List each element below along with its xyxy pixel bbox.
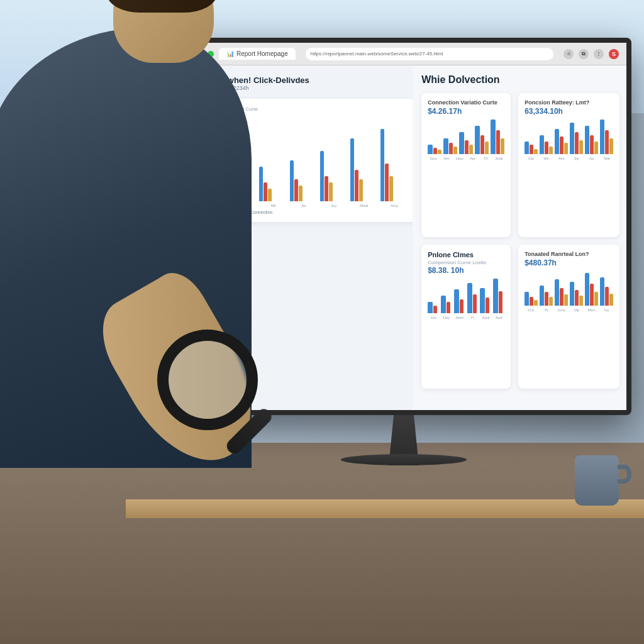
bar — [549, 147, 553, 154]
bar — [486, 297, 489, 313]
bar — [560, 136, 564, 154]
cl-3-4: Mon — [585, 308, 598, 312]
room-floor — [0, 443, 644, 644]
bg-1-2 — [540, 135, 553, 154]
bar-group-7 — [380, 129, 408, 201]
chart-labels-2: Jov Dey Jeen Fi Auul Aud — [428, 316, 504, 319]
bar-group-6 — [350, 138, 378, 201]
bar — [496, 130, 500, 154]
bar — [499, 291, 502, 313]
bar-red — [294, 179, 298, 201]
chart-title-3: Tonaated Ranrteal Lon? — [525, 251, 613, 257]
bar — [453, 147, 457, 154]
bar — [480, 135, 484, 154]
extensions-icon[interactable]: ⧉ — [579, 49, 589, 59]
bar — [600, 119, 604, 154]
menu-icon[interactable]: ⋮ — [594, 49, 604, 59]
bar-red — [325, 176, 328, 201]
bg-1-6 — [600, 119, 613, 154]
bar — [590, 135, 594, 154]
label-7: Amy — [380, 204, 408, 208]
bar — [433, 306, 437, 313]
bar — [454, 289, 459, 313]
bar — [428, 145, 433, 154]
bar — [525, 292, 529, 306]
bg-3-3 — [555, 279, 568, 306]
chart-value-2: $8.38. 10h — [428, 266, 504, 275]
bar — [555, 129, 559, 154]
bar — [534, 300, 538, 306]
bar — [441, 296, 446, 313]
bg-1-4 — [570, 123, 583, 154]
bookmark-icon[interactable]: ☆ — [564, 49, 574, 59]
cl-3-0: ICe — [525, 308, 538, 312]
bar — [433, 148, 437, 154]
bar — [609, 138, 613, 154]
bg-1-3 — [555, 129, 568, 154]
bg-0-4 — [475, 126, 489, 154]
browser-tab[interactable]: 📊 Report Homepage — [219, 48, 296, 60]
cl-0-0: Gon — [428, 157, 439, 160]
bar — [575, 132, 579, 154]
chart-value-0: $4.26.17h — [428, 107, 504, 116]
bar — [545, 142, 548, 154]
mug-handle — [618, 465, 631, 484]
bar-yellow — [329, 182, 333, 201]
chart-title-0: Connection Variatio Curte — [428, 99, 504, 106]
bg-2-6 — [493, 279, 504, 313]
bg-2-2 — [441, 296, 452, 313]
bar — [493, 279, 498, 313]
bar — [609, 294, 613, 306]
bar — [473, 294, 477, 313]
cl-3-1: Th — [540, 308, 553, 312]
bar — [530, 297, 533, 306]
cl-1-3: Sly — [570, 157, 583, 160]
bar — [594, 142, 598, 154]
bar-red — [355, 170, 358, 201]
bar — [467, 283, 472, 313]
address-text: https://reportpannel.main.web/someServic… — [311, 51, 443, 57]
bg-2-4 — [467, 283, 479, 313]
bar — [560, 288, 564, 306]
label-3: Mk — [259, 204, 287, 208]
bar — [585, 273, 589, 306]
bar — [530, 145, 533, 154]
address-bar[interactable]: https://reportpannel.main.web/someServic… — [306, 48, 553, 60]
chart-sublabel-2: Compension Curne Lostte — [428, 260, 504, 265]
cl-1-0: Glo — [525, 157, 538, 160]
bar — [480, 288, 485, 313]
right-dashboard: Whie Dolvection Connection Variatio Curt… — [413, 65, 626, 410]
bar — [447, 302, 450, 313]
bar-blue — [259, 167, 263, 201]
bg-0-5 — [491, 119, 504, 154]
cl-2-4: Auul — [480, 316, 491, 319]
cl-0-4: Th — [480, 157, 491, 160]
bar — [465, 140, 469, 154]
bar — [545, 292, 548, 306]
chart-value-3: $480.37h — [525, 258, 613, 267]
chart-value-1: 63,334.10h — [525, 107, 613, 116]
bar — [549, 297, 553, 306]
bar — [600, 277, 604, 306]
cl-0-3: Apr — [467, 157, 479, 160]
bar — [469, 145, 473, 154]
bar — [594, 292, 598, 306]
bar — [605, 130, 609, 154]
bar — [575, 290, 579, 306]
cl-3-2: Juns — [555, 308, 568, 312]
cl-2-5: Aud — [493, 316, 504, 319]
chart-area-0 — [428, 119, 504, 154]
bar — [540, 286, 544, 306]
cl-2-1: Dey — [441, 316, 452, 319]
bar — [579, 140, 583, 154]
dashboard-title: Whie Dolvection — [421, 74, 618, 86]
profile-icon[interactable]: S — [609, 49, 619, 59]
chart-card-bottom-right: Tonaated Ranrteal Lon? $480.37h — [518, 245, 619, 389]
bar — [564, 143, 568, 154]
dashboard-header: Whie Dolvection — [421, 74, 618, 86]
bar — [585, 126, 589, 154]
browser-actions: ☆ ⧉ ⋮ S — [564, 49, 619, 59]
bar-group-5 — [320, 151, 348, 201]
bar-yellow — [268, 189, 272, 201]
chart-card-top-right: Poncsion Ratteey: Lmt? 63,334.10h — [518, 93, 619, 237]
